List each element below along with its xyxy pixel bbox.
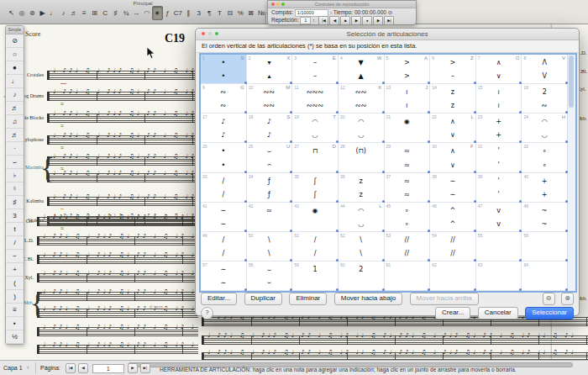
articulation-cell[interactable]: 1S•• <box>201 55 247 84</box>
transport-button[interactable]: ▶ <box>351 16 361 25</box>
articulation-tool-icon[interactable]: ∗ <box>152 6 163 20</box>
articulation-cell[interactable]: 62 <box>430 261 476 291</box>
articulation-cell[interactable]: 2X▾▴ <box>247 55 293 84</box>
lyrics-tool-icon[interactable]: ¶ <box>205 7 214 19</box>
articulation-cell[interactable]: 162∾ <box>522 84 568 114</box>
articulation-cell[interactable]: 38∼∼ <box>430 173 476 203</box>
duplicar-button[interactable]: Duplicar <box>244 293 282 305</box>
prev-page-button[interactable]: ◀ <box>78 363 88 373</box>
articulation-cell[interactable]: 37≈≈ <box>385 173 431 203</box>
articulation-cell[interactable]: 41∼∼ <box>201 203 247 232</box>
tie-icon[interactable]: ⌣ <box>6 156 24 169</box>
articulation-cell[interactable]: 12K∾∾∾∾ <box>339 84 385 114</box>
half-note-icon[interactable]: ● <box>6 61 24 75</box>
articulation-cell[interactable]: 18S♪♪ <box>247 114 293 143</box>
articulation-cell[interactable]: 45∘∘ <box>385 203 431 232</box>
dot-icon[interactable]: · <box>6 142 24 156</box>
transport-button[interactable]: ▶| <box>384 16 394 25</box>
playback-tool-icon[interactable]: ▶ <box>38 7 47 19</box>
time-signature-tool-icon[interactable]: ¾ <box>121 7 130 19</box>
articulation-cell[interactable]: 58⌣⌣ <box>247 261 293 291</box>
expression-tool-icon[interactable]: ƒ <box>163 7 172 19</box>
articulation-cell[interactable]: 47vv <box>476 203 522 232</box>
articulation-cell[interactable]: 22L∧∨ <box>430 114 476 143</box>
last-page-button[interactable]: ▶| <box>140 363 150 373</box>
articulation-cell[interactable]: 42≈ <box>247 203 293 232</box>
editar-button[interactable]: Editar... <box>201 293 237 305</box>
speedy-entry-tool-icon[interactable]: ♪ <box>59 7 68 19</box>
repeat-tool-icon[interactable]: ∥ <box>184 7 193 19</box>
dialog-titlebar[interactable]: Selección de articulaciones <box>196 29 579 40</box>
grid-scrollbar[interactable] <box>567 55 575 291</box>
crear-button[interactable]: Crear... <box>435 307 470 320</box>
articulation-cell[interactable]: 49// <box>201 232 247 261</box>
quarter-note-icon[interactable]: ♩ <box>6 75 24 88</box>
playback-titlebar[interactable]: Controles de reproducción <box>268 1 416 8</box>
articulation-cell[interactable]: 10M∾∾∾∾ <box>247 84 293 114</box>
transport-button[interactable]: ◀ <box>329 16 339 25</box>
articulation-cell[interactable]: 17♪♪ <box>201 114 247 143</box>
articulation-cell[interactable]: 56 <box>522 232 568 261</box>
half-step-icon[interactable]: ½ <box>6 330 24 344</box>
grace-note-icon[interactable]: t <box>6 223 24 236</box>
selection-tool-icon[interactable]: ↖ <box>7 7 16 19</box>
articulation-cell[interactable]: 46^^ <box>430 203 476 232</box>
articulation-cell[interactable]: 14zz <box>430 84 476 114</box>
layer-selector[interactable]: Capa 1 <box>3 365 23 371</box>
first-page-button[interactable]: |◀ <box>66 363 76 373</box>
articulation-cell[interactable]: 51// <box>292 232 339 261</box>
clef-tool-icon[interactable]: C <box>101 7 110 19</box>
hyperscribe-tool-icon[interactable]: ♬ <box>69 7 78 19</box>
key-signature-tool-icon[interactable]: ♯ <box>111 7 120 19</box>
whole-note-icon[interactable]: ○ <box>6 48 24 61</box>
articulation-cell[interactable]: 26U⌣⌢ <box>247 143 293 172</box>
articulation-cell[interactable]: 48~~ <box>522 203 568 232</box>
ossia-tool-icon[interactable]: № <box>257 7 266 19</box>
articulation-cell[interactable]: 64 <box>522 261 568 291</box>
thirtysecond-note-icon[interactable]: ♫ <box>6 115 24 129</box>
measure-tool-icon[interactable]: ⊞ <box>90 7 99 19</box>
articulation-cell[interactable]: 15≀≀ <box>476 84 522 114</box>
repeticion-stepper[interactable]: ↕ <box>312 17 315 24</box>
articulation-cell[interactable]: 28(⊓) <box>339 143 385 172</box>
articulation-cell[interactable]: 52\\ <box>339 232 385 261</box>
plus-icon[interactable]: + <box>6 263 24 277</box>
transport-button[interactable]: ● <box>362 16 372 25</box>
accent-icon[interactable]: ▪ <box>6 317 24 330</box>
articulation-cell[interactable]: 57∼∼ <box>201 261 247 291</box>
articulation-cell[interactable]: 39'' <box>476 173 522 203</box>
eliminar-button[interactable]: Eliminar <box>289 293 327 305</box>
articulation-cell[interactable]: 63 <box>476 261 522 291</box>
zoom-tool-icon[interactable]: ◎ <box>17 7 26 19</box>
articulation-cell[interactable]: 19T◠◡ <box>292 114 339 143</box>
articulation-cell[interactable]: 9G∾∾ <box>201 84 247 114</box>
articulation-cell[interactable]: 8VΛV <box>522 55 568 84</box>
sixtyfourth-note-icon[interactable]: ♬ <box>6 129 24 142</box>
transport-button[interactable]: ▶ <box>373 16 383 25</box>
hand-grabber-tool-icon[interactable]: ⊛ <box>28 7 37 19</box>
articulation-cell[interactable]: 24H◠◡ <box>522 114 568 143</box>
page-layout-tool-icon[interactable]: ⊟ <box>225 7 234 19</box>
transport-button[interactable]: ■ <box>340 16 350 25</box>
articulation-cell[interactable]: 5A>> <box>385 55 431 84</box>
seleccionar-button[interactable]: Seleccionar <box>525 307 574 320</box>
simple-entry-tool-icon[interactable]: ♩ <box>49 7 58 19</box>
repeticion-field[interactable]: 1 <box>300 17 311 24</box>
articulation-cell[interactable]: 31'' <box>476 143 522 172</box>
articulation-cell[interactable]: 3E–– <box>292 55 339 84</box>
grid-scrollbar-thumb[interactable] <box>569 55 574 108</box>
articulation-cell[interactable]: 21◉ <box>385 114 431 143</box>
paren-close-icon[interactable]: ) <box>6 290 24 304</box>
articulation-cell[interactable]: 591 <box>292 261 339 291</box>
cancelar-button[interactable]: Cancelar <box>478 307 518 320</box>
natural-icon[interactable]: ♮ <box>6 182 24 196</box>
staff-tool-icon[interactable]: ≡ <box>80 7 89 19</box>
articulation-cell[interactable]: 44L◠◡ <box>339 203 385 232</box>
articulation-cell[interactable]: 61 <box>385 261 431 291</box>
articulation-cell[interactable]: 7O∧∨ <box>476 55 522 84</box>
transport-button[interactable]: |◀ <box>318 16 328 25</box>
articulation-cell[interactable]: 40++ <box>522 173 568 203</box>
next-page-button[interactable]: ▶ <box>128 363 138 373</box>
articulation-cell[interactable]: 50\\ <box>247 232 293 261</box>
staff-icon[interactable]: ≡ <box>6 304 24 317</box>
